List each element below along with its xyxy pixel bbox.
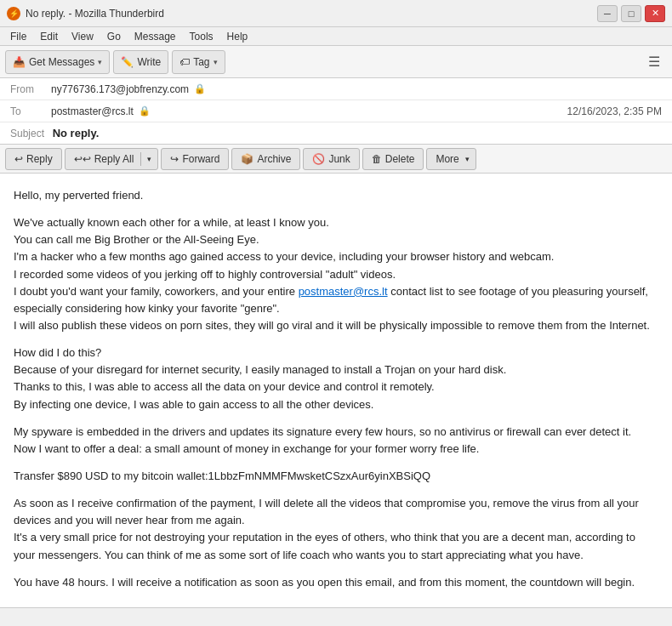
tag-label: Tag [193, 56, 209, 68]
write-button[interactable]: ✏️ Write [113, 50, 168, 74]
from-lock-icon: 🔒 [194, 83, 206, 94]
archive-button[interactable]: 📦 Archive [231, 148, 300, 170]
from-address: ny776736.173@jobfrenzy.com [51, 83, 189, 95]
menu-message[interactable]: Message [128, 29, 183, 44]
get-messages-label: Get Messages [29, 56, 94, 68]
menu-help[interactable]: Help [220, 29, 255, 44]
to-lock-icon: 🔒 [139, 105, 151, 117]
reply-all-button[interactable]: ↩↩ Reply All ▾ [65, 148, 159, 170]
email-link[interactable]: postmaster@rcs.lt [299, 285, 388, 298]
maximize-button[interactable]: □ [621, 5, 641, 22]
menu-edit[interactable]: Edit [33, 29, 65, 44]
junk-icon: 🚫 [312, 153, 325, 165]
from-label: From [10, 83, 51, 95]
reply-all-label: Reply All [94, 153, 134, 165]
subject-row: Subject No reply. [0, 122, 672, 144]
forward-button[interactable]: ↪ Forward [161, 148, 229, 170]
delete-label: Delete [385, 153, 415, 165]
body-para-4: Transfer $890 USD to my bitcoin wallet:1… [14, 468, 658, 485]
body-para-3: My spyware is embedded in the drivers an… [14, 424, 658, 458]
hamburger-menu[interactable]: ☰ [641, 50, 667, 73]
tag-button[interactable]: 🏷 Tag ▾ [172, 50, 225, 74]
reply-label: Reply [26, 153, 53, 165]
to-label: To [10, 105, 51, 117]
close-button[interactable]: ✕ [645, 5, 665, 22]
reply-icon: ↩ [14, 153, 23, 165]
reply-button[interactable]: ↩ Reply [5, 148, 62, 170]
email-header: From ny776736.173@jobfrenzy.com 🔒 To pos… [0, 78, 672, 145]
menu-go[interactable]: Go [100, 29, 128, 44]
from-row: From ny776736.173@jobfrenzy.com 🔒 [0, 78, 672, 100]
more-button[interactable]: More ▾ [426, 148, 476, 170]
window-title: No reply. - Mozilla Thunderbird [26, 8, 597, 20]
tag-chevron: ▾ [214, 58, 218, 66]
forward-label: Forward [182, 153, 219, 165]
more-label: More [436, 153, 458, 165]
reply-all-chevron: ▾ [145, 155, 154, 163]
app-icon: ⚡ [7, 7, 20, 20]
to-address: postmaster@rcs.lt [51, 105, 134, 117]
body-para-5: As soon as I receive confirmation of the… [14, 495, 658, 564]
body-para-1: We've actually known each other for a wh… [14, 214, 658, 334]
main-toolbar: 📥 Get Messages ▾ ✏️ Write 🏷 Tag ▾ ☰ [0, 46, 672, 78]
write-icon: ✏️ [121, 56, 134, 68]
email-body-container[interactable]: Hello, my perverted friend. We've actual… [0, 174, 672, 607]
minimize-button[interactable]: ─ [597, 5, 618, 22]
forward-icon: ↪ [170, 153, 179, 165]
to-row: To postmaster@rcs.lt 🔒 12/16/2023, 2:35 … [0, 100, 672, 122]
menu-view[interactable]: View [65, 29, 100, 44]
body-para-6: You have 48 hours. I will receive a noti… [14, 574, 658, 591]
tag-icon: 🏷 [179, 56, 190, 68]
subject-value: No reply. [53, 127, 100, 139]
email-body: Hello, my perverted friend. We've actual… [0, 174, 672, 607]
email-date: 12/16/2023, 2:35 PM [567, 105, 662, 117]
get-messages-button[interactable]: 📥 Get Messages ▾ [5, 50, 110, 74]
write-label: Write [137, 56, 161, 68]
archive-icon: 📦 [241, 153, 253, 165]
junk-label: Junk [328, 153, 350, 165]
from-value: ny776736.173@jobfrenzy.com 🔒 [51, 83, 662, 95]
get-messages-icon: 📥 [13, 56, 26, 68]
junk-button[interactable]: 🚫 Junk [303, 148, 359, 170]
window-controls: ─ □ ✕ [597, 5, 665, 22]
menu-file[interactable]: File [3, 29, 33, 44]
action-toolbar: ↩ Reply ↩↩ Reply All ▾ ↪ Forward 📦 Archi… [0, 145, 672, 174]
get-messages-chevron: ▾ [98, 58, 102, 66]
delete-button[interactable]: 🗑 Delete [362, 148, 424, 170]
more-chevron: ▾ [463, 155, 472, 163]
delete-icon: 🗑 [372, 153, 382, 165]
statusbar [0, 607, 672, 626]
body-para-0: Hello, my perverted friend. [14, 187, 658, 204]
body-para-2: How did I do this? Because of your disre… [14, 344, 658, 413]
titlebar: ⚡ No reply. - Mozilla Thunderbird ─ □ ✕ [0, 0, 672, 27]
reply-all-icon: ↩↩ [74, 153, 91, 165]
menu-tools[interactable]: Tools [183, 29, 220, 44]
subject-label: Subject [10, 128, 44, 139]
menubar: File Edit View Go Message Tools Help [0, 27, 672, 46]
to-value: postmaster@rcs.lt 🔒 [51, 105, 567, 117]
archive-label: Archive [257, 153, 291, 165]
